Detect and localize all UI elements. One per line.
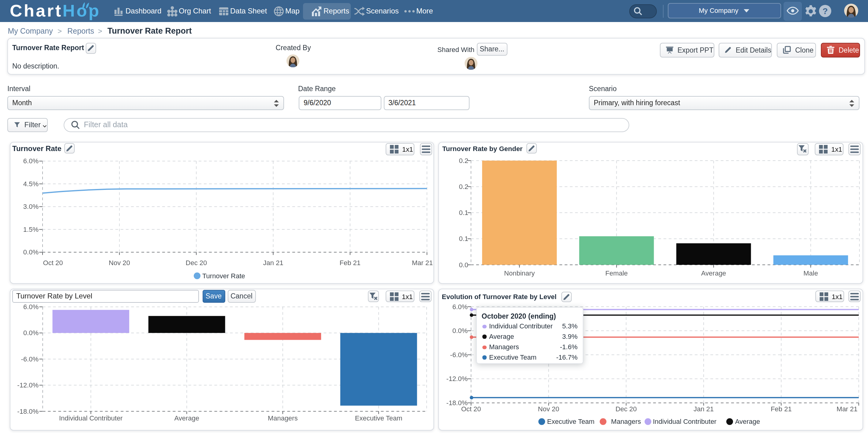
svg-text:0.1: 0.1 — [459, 208, 468, 216]
svg-text:Nov 20: Nov 20 — [538, 405, 559, 413]
svg-text:Mar 21: Mar 21 — [412, 259, 433, 266]
svg-text:0.2: 0.2 — [459, 182, 468, 190]
svg-text:Female: Female — [606, 269, 628, 277]
svg-text:Average: Average — [701, 269, 726, 277]
svg-text:0.0%: 0.0% — [23, 248, 38, 256]
svg-text:Managers: Managers — [611, 418, 641, 426]
svg-text:Jan 21: Jan 21 — [693, 405, 714, 413]
svg-text:6.0%: 6.0% — [23, 303, 38, 311]
svg-text:Dec 20: Dec 20 — [616, 405, 637, 413]
svg-text:Oct 20: Oct 20 — [461, 405, 481, 413]
svg-text:Male: Male — [803, 269, 818, 277]
svg-text:-12.0%: -12.0% — [17, 381, 38, 389]
svg-text:0.0%: 0.0% — [452, 327, 468, 335]
svg-text:6.0%: 6.0% — [452, 303, 468, 311]
svg-text:Mar 21: Mar 21 — [836, 405, 857, 413]
svg-text:3.0%: 3.0% — [23, 202, 38, 210]
svg-text:0.0%: 0.0% — [23, 329, 38, 337]
svg-text:Average: Average — [735, 418, 760, 426]
svg-text:0.1: 0.1 — [459, 235, 468, 242]
svg-text:0.2: 0.2 — [459, 157, 468, 164]
svg-text:1.5%: 1.5% — [23, 225, 38, 233]
svg-text:6.0%: 6.0% — [23, 157, 38, 165]
svg-text:Nonbinary: Nonbinary — [504, 269, 535, 277]
svg-text:-12.0%: -12.0% — [446, 375, 468, 383]
svg-text:Individual Contributer: Individual Contributer — [653, 418, 716, 426]
svg-text:Oct 20: Oct 20 — [43, 259, 63, 266]
svg-text:-18.0%: -18.0% — [17, 408, 38, 415]
svg-text:Individual Contributer: Individual Contributer — [59, 414, 123, 422]
svg-text:Turnover Rate: Turnover Rate — [202, 272, 245, 279]
svg-text:4.5%: 4.5% — [23, 180, 38, 188]
svg-text:Dec 20: Dec 20 — [186, 259, 207, 266]
svg-text:Executive Team: Executive Team — [355, 414, 402, 422]
svg-text:Nov 20: Nov 20 — [108, 259, 130, 266]
svg-text:-6.0%: -6.0% — [450, 351, 468, 359]
svg-text:Average: Average — [174, 414, 199, 422]
svg-text:Feb 21: Feb 21 — [771, 405, 792, 413]
svg-text:0.0: 0.0 — [459, 261, 468, 268]
svg-text:Executive Team: Executive Team — [547, 418, 595, 426]
svg-text:Managers: Managers — [268, 414, 298, 422]
svg-text:Feb 21: Feb 21 — [340, 259, 361, 266]
svg-text:Jan 21: Jan 21 — [263, 259, 283, 266]
svg-text:-6.0%: -6.0% — [21, 355, 38, 363]
